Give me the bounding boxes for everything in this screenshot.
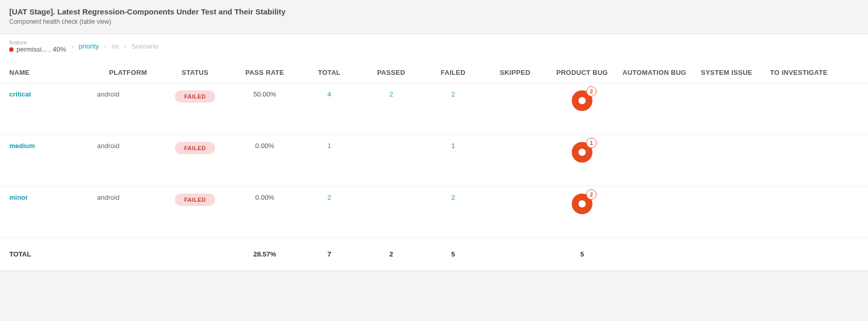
table-row: medium android FAILED 0.00% 1 1 1 <box>0 135 868 186</box>
table-row: minor android FAILED 0.00% 2 2 2 <box>0 186 868 238</box>
chevron-right-icon: › <box>71 42 74 51</box>
feature-value-text: permissi... , 40% <box>17 45 66 53</box>
results-table: NAME PLATFORM STATUS PASS RATE TOTAL PAS… <box>0 59 868 270</box>
table-header-row: NAME PLATFORM STATUS PASS RATE TOTAL PAS… <box>0 59 868 83</box>
row-platform: android <box>97 194 159 201</box>
feature-label: feature <box>9 39 27 45</box>
col-passed[interactable]: PASSED <box>360 69 422 76</box>
chevron-right-icon: › <box>104 42 107 51</box>
table-total-row: TOTAL 28.57% 7 2 5 5 <box>0 238 868 270</box>
product-bug-donut[interactable]: 2 <box>572 90 592 111</box>
col-product-bug[interactable]: PRODUCT BUG <box>546 69 618 76</box>
col-failed[interactable]: FAILED <box>422 69 484 76</box>
col-pass-rate[interactable]: PASS RATE <box>231 69 298 76</box>
breadcrumb-item-priority[interactable]: priority <box>79 42 99 50</box>
col-name[interactable]: NAME <box>9 69 97 76</box>
row-failed-link[interactable]: 1 <box>451 142 455 150</box>
breadcrumb-item-os[interactable]: os <box>111 42 119 50</box>
col-status[interactable]: STATUS <box>159 69 231 76</box>
status-badge: FAILED <box>175 90 215 103</box>
row-platform: android <box>97 90 159 98</box>
total-total: 7 <box>298 250 360 258</box>
row-passed-link[interactable]: 2 <box>389 90 393 98</box>
chevron-right-icon: › <box>124 42 126 51</box>
total-passed: 2 <box>360 250 422 258</box>
breadcrumb: feature permissi... , 40% › priority › o… <box>0 34 868 56</box>
row-failed-link[interactable]: 2 <box>451 90 455 98</box>
page-header: [UAT Stage]. Latest Regression-Component… <box>0 0 868 31</box>
row-name-link[interactable]: minor <box>9 194 28 201</box>
col-to-investigate[interactable]: TO INVESTIGATE <box>763 69 835 76</box>
row-name-link[interactable]: medium <box>9 142 35 150</box>
page-subtitle: Component health check (table view) <box>9 18 859 25</box>
product-bug-donut[interactable]: 1 <box>572 142 592 163</box>
status-badge: FAILED <box>175 194 215 206</box>
col-automation-bug[interactable]: AUTOMATION BUG <box>618 69 690 76</box>
row-passrate: 0.00% <box>231 142 298 150</box>
breadcrumb-feature[interactable]: feature permissi... , 40% <box>9 39 66 53</box>
row-total-link[interactable]: 2 <box>327 194 331 201</box>
row-passrate: 50.00% <box>231 90 298 98</box>
row-platform: android <box>97 142 159 150</box>
donut-count: 2 <box>586 86 597 97</box>
row-total-link[interactable]: 4 <box>327 90 331 98</box>
col-total[interactable]: TOTAL <box>298 69 360 76</box>
row-failed-link[interactable]: 2 <box>451 194 455 201</box>
status-dot-icon <box>9 47 13 52</box>
total-passrate: 28.57% <box>231 250 298 258</box>
total-product-bug: 5 <box>546 250 618 258</box>
total-failed: 5 <box>422 250 484 258</box>
table-panel: feature permissi... , 40% › priority › o… <box>0 34 868 271</box>
col-skipped[interactable]: SKIPPED <box>484 69 546 76</box>
feature-value: permissi... , 40% <box>9 45 66 53</box>
total-label: TOTAL <box>9 250 97 258</box>
row-name-link[interactable]: critical <box>9 90 31 98</box>
col-platform[interactable]: PLATFORM <box>97 69 159 76</box>
col-system-issue[interactable]: SYSTEM ISSUE <box>690 69 763 76</box>
donut-count: 1 <box>586 138 597 148</box>
product-bug-donut[interactable]: 2 <box>572 194 592 214</box>
page-title: [UAT Stage]. Latest Regression-Component… <box>9 7 859 16</box>
status-badge: FAILED <box>175 142 215 154</box>
donut-count: 2 <box>586 189 597 200</box>
breadcrumb-item-scenario[interactable]: Scenario <box>132 42 158 50</box>
row-total-link[interactable]: 1 <box>327 142 331 150</box>
table-row: critical android FAILED 50.00% 4 2 2 2 <box>0 83 868 135</box>
row-passrate: 0.00% <box>231 194 298 201</box>
